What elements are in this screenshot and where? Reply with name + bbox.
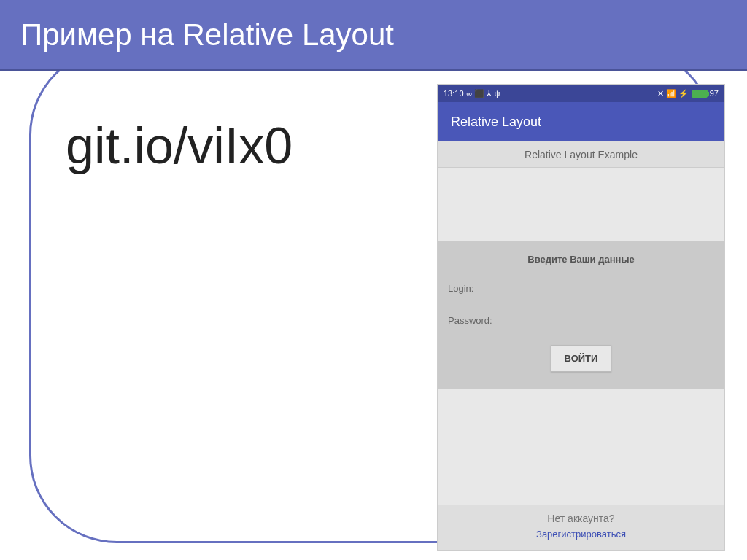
spacer-middle	[438, 389, 724, 505]
button-row: ВОЙТИ	[448, 345, 714, 372]
slide-title: Пример на Relative Layout	[20, 18, 394, 52]
password-label: Password:	[448, 315, 506, 327]
battery-icon	[692, 90, 708, 98]
subtitle-bar: Relative Layout Example	[438, 141, 724, 168]
status-right: ✕ 📶 ⚡ 97	[657, 89, 719, 98]
battery-level: 97	[710, 89, 719, 98]
form-section: Введите Ваши данные Login: Password: ВОЙ…	[438, 241, 724, 389]
header-underline	[0, 69, 747, 71]
login-button[interactable]: ВОЙТИ	[551, 345, 612, 372]
no-account-text: Нет аккаунта?	[438, 513, 724, 524]
form-heading: Введите Ваши данные	[448, 254, 714, 265]
app-bar: Relative Layout	[438, 102, 724, 141]
url-text: git.io/viIx0	[66, 117, 293, 175]
spacer-top	[438, 168, 724, 241]
app-bar-title: Relative Layout	[451, 114, 541, 130]
phone-screenshot: 13:10 ∞ ⬛ ⅄ ψ ✕ 📶 ⚡ 97 Relative Layout R…	[437, 84, 725, 551]
login-row: Login:	[448, 281, 714, 295]
login-label: Login:	[448, 283, 506, 295]
password-input[interactable]	[506, 313, 714, 327]
login-input[interactable]	[506, 281, 714, 295]
status-signal-icons: ✕ 📶 ⚡	[657, 89, 689, 98]
register-link[interactable]: Зарегистрироваться	[438, 529, 724, 540]
subtitle-text: Relative Layout Example	[525, 149, 638, 160]
status-time: 13:10	[444, 89, 464, 98]
status-icons-left: ∞ ⬛ ⅄ ψ	[467, 89, 500, 98]
footer-section: Нет аккаунта? Зарегистрироваться	[438, 505, 724, 550]
slide-header: Пример на Relative Layout	[0, 0, 747, 69]
battery-indicator: 97	[692, 89, 719, 98]
status-left: 13:10 ∞ ⬛ ⅄ ψ	[444, 89, 500, 98]
status-bar: 13:10 ∞ ⬛ ⅄ ψ ✕ 📶 ⚡ 97	[438, 85, 724, 102]
password-row: Password:	[448, 313, 714, 327]
left-content: git.io/viIx0	[66, 117, 293, 175]
